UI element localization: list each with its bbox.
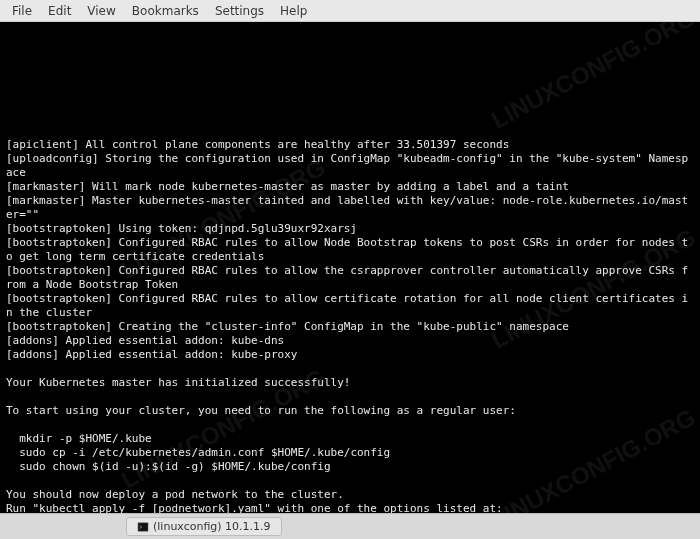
menu-help[interactable]: Help <box>272 2 315 20</box>
terminal-line: [addons] Applied essential addon: kube-d… <box>6 334 694 348</box>
terminal-line <box>6 362 694 376</box>
terminal-line: [bootstraptoken] Using token: qdjnpd.5gl… <box>6 222 694 236</box>
terminal-line: To start using your cluster, you need to… <box>6 404 694 418</box>
terminal-line: [bootstraptoken] Configured RBAC rules t… <box>6 236 694 264</box>
terminal-line: sudo cp -i /etc/kubernetes/admin.conf $H… <box>6 446 694 460</box>
taskbar-task[interactable]: (linuxconfig) 10.1.1.9 <box>126 517 282 536</box>
terminal-line: You should now deploy a pod network to t… <box>6 488 694 502</box>
terminal-line: mkdir -p $HOME/.kube <box>6 432 694 446</box>
terminal-line: [markmaster] Master kubernetes-master ta… <box>6 194 694 222</box>
terminal-line: [bootstraptoken] Creating the "cluster-i… <box>6 320 694 334</box>
terminal[interactable]: LINUXCONFIG.ORG LINUXCONFIG.ORG LINUXCON… <box>0 22 700 513</box>
menu-bookmarks[interactable]: Bookmarks <box>124 2 207 20</box>
svg-rect-1 <box>139 523 148 531</box>
terminal-line <box>6 418 694 432</box>
terminal-line: Your Kubernetes master has initialized s… <box>6 376 694 390</box>
terminal-line: [addons] Applied essential addon: kube-p… <box>6 348 694 362</box>
menu-edit[interactable]: Edit <box>40 2 79 20</box>
terminal-line: [bootstraptoken] Configured RBAC rules t… <box>6 292 694 320</box>
taskbar-task-label: (linuxconfig) 10.1.1.9 <box>153 520 271 533</box>
taskbar: (linuxconfig) 10.1.1.9 <box>0 513 700 539</box>
terminal-line: [markmaster] Will mark node kubernetes-m… <box>6 180 694 194</box>
menu-settings[interactable]: Settings <box>207 2 272 20</box>
terminal-line <box>6 390 694 404</box>
terminal-line: Run "kubectl apply -f [podnetwork].yaml"… <box>6 502 694 513</box>
terminal-icon <box>137 521 149 533</box>
terminal-line: sudo chown $(id -u):$(id -g) $HOME/.kube… <box>6 460 694 474</box>
terminal-line: [uploadconfig] Storing the configuration… <box>6 152 694 180</box>
menu-view[interactable]: View <box>79 2 123 20</box>
terminal-output: [apiclient] All control plane components… <box>6 138 694 513</box>
terminal-line: [apiclient] All control plane components… <box>6 138 694 152</box>
menubar: File Edit View Bookmarks Settings Help <box>0 0 700 22</box>
terminal-line: [bootstraptoken] Configured RBAC rules t… <box>6 264 694 292</box>
watermark: LINUXCONFIG.ORG <box>490 22 697 128</box>
terminal-line <box>6 474 694 488</box>
menu-file[interactable]: File <box>4 2 40 20</box>
